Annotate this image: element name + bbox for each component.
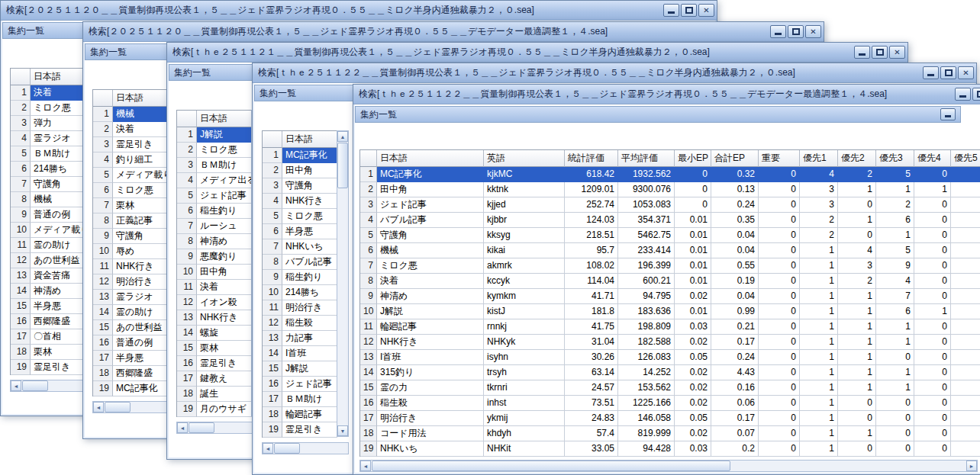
table-cell[interactable]: 0 — [951, 243, 980, 258]
window-titlebar[interactable]: 検索[２０２５１１２０＿＿質量制御再現公表１，５＿＿ジェド霊界ラジオ再現０．５５… — [83, 22, 824, 42]
table-cell[interactable]: ミロク悪 — [282, 209, 337, 224]
row-number-cell[interactable]: 7 — [360, 258, 377, 274]
row-number-cell[interactable]: 19 — [360, 441, 377, 457]
table-row[interactable]: 8神清め — [177, 234, 252, 249]
table-row[interactable]: 16稲生殺inhst73.511225.1660.020.06010000 — [360, 396, 980, 411]
table-cell[interactable]: バブル記事 — [282, 255, 337, 270]
table-cell[interactable]: 41.71 — [565, 289, 618, 304]
table-cell[interactable]: J解説 — [282, 361, 337, 377]
table-cell[interactable]: 鍵教え — [197, 371, 252, 387]
table-cell[interactable]: 0 — [759, 228, 800, 243]
table-cell[interactable]: 0 — [759, 365, 800, 380]
table-cell[interactable]: MC記事化 — [282, 148, 337, 163]
table-cell[interactable]: 0 — [951, 365, 980, 380]
row-number-cell[interactable]: 7 — [263, 239, 282, 255]
table-cell[interactable]: 西郷隆盛 — [113, 366, 168, 381]
table-cell[interactable]: 決着 — [113, 122, 168, 137]
table-row[interactable]: 16ジェド記事 — [263, 377, 337, 392]
table-cell[interactable]: 0 — [838, 441, 876, 457]
column-header[interactable]: 統計評価 — [565, 150, 618, 167]
table-cell[interactable]: 明治行き — [377, 411, 484, 426]
row-number-cell[interactable]: 17 — [360, 411, 377, 426]
vertical-scrollbar-thumb[interactable] — [337, 143, 348, 188]
row-number-cell[interactable]: 9 — [93, 229, 113, 244]
row-number-cell[interactable]: 6 — [360, 243, 377, 258]
row-number-cell[interactable]: 3 — [93, 137, 113, 152]
table-cell[interactable]: 霊足引き — [31, 360, 85, 375]
table-cell[interactable]: 2 — [800, 228, 838, 243]
horizontal-scrollbar[interactable]: ◄ — [176, 422, 263, 434]
row-number-cell[interactable]: 9 — [360, 289, 377, 304]
table-cell[interactable]: 0 — [951, 350, 980, 365]
grid-corner-cell[interactable] — [177, 111, 197, 127]
table-cell[interactable]: 0.02 — [675, 426, 711, 441]
row-number-cell[interactable]: 1 — [177, 127, 197, 143]
table-row[interactable]: 2決着 — [93, 122, 168, 137]
table-cell[interactable]: 0.01 — [675, 243, 711, 258]
table-row[interactable]: 6214勝ち — [11, 162, 85, 177]
row-number-cell[interactable]: 6 — [11, 162, 31, 177]
table-cell[interactable]: 0.02 — [675, 289, 711, 304]
table-row[interactable]: 8機械 — [11, 192, 85, 207]
table-cell[interactable]: 0 — [951, 258, 980, 274]
table-cell[interactable]: 0 — [759, 197, 800, 213]
table-row[interactable]: 14I首班 — [263, 346, 337, 361]
horizontal-scrollbar[interactable]: ◄ — [262, 442, 349, 454]
row-number-cell[interactable]: 12 — [360, 335, 377, 350]
row-number-cell[interactable]: 10 — [263, 285, 282, 300]
table-cell[interactable]: 0.02 — [675, 365, 711, 380]
table-row[interactable]: 3霊足引き — [93, 137, 168, 152]
table-cell[interactable]: 〇首相 — [31, 329, 85, 345]
grid-corner-cell[interactable] — [93, 90, 113, 107]
table-cell[interactable]: rnnkj — [484, 319, 565, 335]
row-number-cell[interactable]: 18 — [11, 345, 31, 360]
row-number-cell[interactable]: 10 — [177, 265, 197, 280]
row-number-cell[interactable]: 3 — [360, 197, 377, 213]
table-row[interactable]: 16西郷隆盛 — [11, 314, 85, 329]
table-cell[interactable]: 2 — [838, 274, 876, 289]
table-cell[interactable]: 0 — [951, 396, 980, 411]
table-row[interactable]: 8バブル記事 — [263, 255, 337, 270]
table-cell[interactable]: 1 — [800, 350, 838, 365]
table-cell[interactable]: 0 — [951, 182, 980, 197]
horizontal-scrollbar-thumb[interactable] — [105, 402, 131, 412]
table-row[interactable]: 7栗林 — [93, 198, 168, 213]
row-number-cell[interactable]: 17 — [93, 351, 113, 366]
table-row[interactable]: 12イオン殺 — [177, 295, 252, 310]
table-cell[interactable]: 6 — [876, 213, 914, 228]
row-number-cell[interactable]: 8 — [177, 234, 197, 249]
table-cell[interactable]: 0 — [914, 274, 951, 289]
table-row[interactable]: 11霊の助け — [11, 238, 85, 253]
table-cell[interactable]: 1 — [914, 304, 951, 319]
close-button[interactable]: ✕ — [889, 46, 905, 59]
table-cell[interactable]: 0.05 — [675, 350, 711, 365]
table-row[interactable]: 18栗林 — [11, 345, 85, 360]
scroll-left-button[interactable]: ◄ — [360, 461, 371, 471]
table-cell[interactable]: 半身悪 — [282, 224, 337, 239]
table-row[interactable]: 8正義記事 — [93, 213, 168, 229]
table-cell[interactable]: 0 — [759, 335, 800, 350]
row-number-cell[interactable]: 16 — [177, 356, 197, 371]
row-number-cell[interactable]: 2 — [360, 182, 377, 197]
maximize-button[interactable] — [940, 66, 956, 79]
table-cell[interactable]: 0.32 — [711, 167, 759, 182]
table-row[interactable]: 15J解説 — [263, 361, 337, 377]
table-cell[interactable]: 182.588 — [618, 335, 675, 350]
horizontal-scrollbar[interactable]: ◄ ► — [359, 460, 978, 472]
table-cell[interactable]: 霊足引き — [113, 137, 168, 152]
table-cell[interactable]: 5 — [876, 167, 914, 182]
table-cell[interactable]: 0 — [876, 441, 914, 457]
table-cell[interactable]: 神清め — [377, 289, 484, 304]
table-row[interactable]: 6ミロク悪 — [93, 183, 168, 198]
table-row[interactable]: 2ミロク悪 — [11, 101, 85, 116]
table-cell[interactable]: 機械 — [31, 192, 85, 207]
row-number-cell[interactable]: 13 — [263, 331, 282, 346]
column-header[interactable]: 優先5 — [951, 150, 980, 167]
table-cell[interactable]: 0 — [759, 319, 800, 335]
row-number-cell[interactable]: 19 — [177, 402, 197, 417]
table-cell[interactable]: kjjed — [484, 197, 565, 213]
table-cell[interactable]: 0 — [914, 319, 951, 335]
grid-corner-cell[interactable] — [11, 69, 31, 85]
table-cell[interactable]: 0 — [914, 411, 951, 426]
table-row[interactable]: 3ＢＭ助け — [177, 158, 252, 173]
